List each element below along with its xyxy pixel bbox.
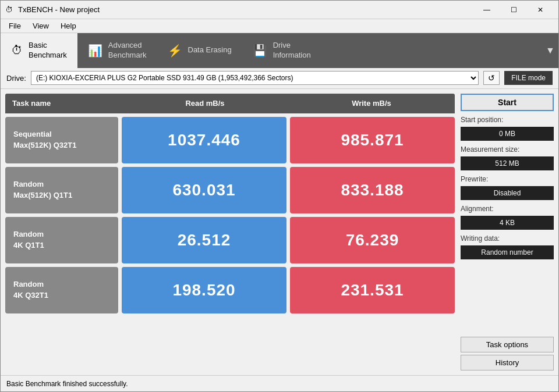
window-controls: — ☐ ✕ <box>473 1 554 19</box>
main-content: Task name Read mB/s Write mB/s Sequentia… <box>1 89 558 375</box>
menubar: File View Help <box>1 19 558 33</box>
window-title: TxBENCH - New project <box>18 5 473 14</box>
drive-refresh-button[interactable]: ↺ <box>483 71 500 85</box>
toolbar-dropdown-button[interactable]: ▼ <box>542 33 558 68</box>
tab-advanced-benchmark[interactable]: 📊 AdvancedBenchmark <box>77 33 157 68</box>
status-text: Basic Benchmark finished successfully. <box>6 380 128 388</box>
task-options-button[interactable]: Task options <box>461 337 554 352</box>
drive-select[interactable]: (E:) KIOXIA-EXCERIA PLUS G2 Portable SSD… <box>31 71 479 85</box>
read-value-1: 1037.446 <box>122 117 286 163</box>
drive-label: Drive: <box>6 74 26 83</box>
task-name-1: SequentialMax(512K) Q32T1 <box>5 117 118 163</box>
drivebar: Drive: (E:) KIOXIA-EXCERIA PLUS G2 Porta… <box>1 68 558 89</box>
tab-basic-label: BasicBenchmark <box>29 41 67 60</box>
menu-view[interactable]: View <box>27 20 55 31</box>
menu-help[interactable]: Help <box>55 20 82 31</box>
header-write: Write mB/s <box>288 99 455 108</box>
write-value-2: 833.188 <box>290 167 455 213</box>
table-row: Random4K Q32T1 198.520 231.531 <box>5 267 455 313</box>
minimize-button[interactable]: — <box>473 1 500 19</box>
prewrite-label: Prewrite: <box>461 175 554 183</box>
write-value-4: 231.531 <box>290 267 455 313</box>
table-row: Random4K Q1T1 26.512 76.239 <box>5 217 455 263</box>
refresh-icon: ↺ <box>488 73 495 83</box>
close-button[interactable]: ✕ <box>527 1 554 19</box>
history-button[interactable]: History <box>461 355 554 370</box>
read-value-4: 198.520 <box>122 267 286 313</box>
prewrite-value: Disabled <box>461 186 554 200</box>
drive-information-icon: 💾 <box>253 44 267 58</box>
advanced-benchmark-icon: 📊 <box>88 44 102 58</box>
read-value-3: 26.512 <box>122 217 286 263</box>
main-window: ⏱ TxBENCH - New project — ☐ ✕ File View … <box>0 0 559 392</box>
alignment-label: Alignment: <box>461 205 554 213</box>
writing-data-value: Random number <box>461 245 554 259</box>
task-name-3: Random4K Q1T1 <box>5 217 118 263</box>
tab-basic-benchmark[interactable]: ⏱ BasicBenchmark <box>1 33 77 68</box>
filemode-button[interactable]: FILE mode <box>504 71 553 85</box>
basic-benchmark-icon: ⏱ <box>11 44 23 57</box>
benchmark-panel: Task name Read mB/s Write mB/s Sequentia… <box>5 94 455 370</box>
header-read: Read mB/s <box>122 99 288 108</box>
start-position-value: 0 MB <box>461 127 554 141</box>
task-name-2: RandomMax(512K) Q1T1 <box>5 167 118 213</box>
start-button[interactable]: Start <box>461 94 554 111</box>
tab-data-erasing[interactable]: ⚡ Data Erasing <box>157 33 242 68</box>
start-position-label: Start position: <box>461 116 554 124</box>
statusbar: Basic Benchmark finished successfully. <box>1 375 558 391</box>
tab-drive-information[interactable]: 💾 DriveInformation <box>242 33 321 68</box>
table-row: SequentialMax(512K) Q32T1 1037.446 985.8… <box>5 117 455 163</box>
alignment-value: 4 KB <box>461 216 554 230</box>
writing-data-label: Writing data: <box>461 234 554 243</box>
table-row: RandomMax(512K) Q1T1 630.031 833.188 <box>5 167 455 213</box>
tab-advanced-label: AdvancedBenchmark <box>108 41 147 60</box>
toolbar: ⏱ BasicBenchmark 📊 AdvancedBenchmark ⚡ D… <box>1 33 558 68</box>
tab-drive-label: DriveInformation <box>273 41 311 60</box>
write-value-3: 76.239 <box>290 217 455 263</box>
bench-rows: SequentialMax(512K) Q32T1 1037.446 985.8… <box>5 117 455 313</box>
measurement-size-value: 512 MB <box>461 156 554 170</box>
tab-erasing-label: Data Erasing <box>188 45 232 55</box>
maximize-button[interactable]: ☐ <box>500 1 527 19</box>
menu-file[interactable]: File <box>3 20 27 31</box>
right-panel: Start Start position: 0 MB Measurement s… <box>461 94 554 370</box>
data-erasing-icon: ⚡ <box>168 44 182 58</box>
header-task: Task name <box>5 99 122 108</box>
task-name-4: Random4K Q32T1 <box>5 267 118 313</box>
write-value-1: 985.871 <box>290 117 455 163</box>
measurement-size-label: Measurement size: <box>461 145 554 154</box>
app-icon: ⏱ <box>5 5 15 15</box>
bench-header: Task name Read mB/s Write mB/s <box>5 94 455 113</box>
read-value-2: 630.031 <box>122 167 286 213</box>
titlebar: ⏱ TxBENCH - New project — ☐ ✕ <box>1 1 558 19</box>
